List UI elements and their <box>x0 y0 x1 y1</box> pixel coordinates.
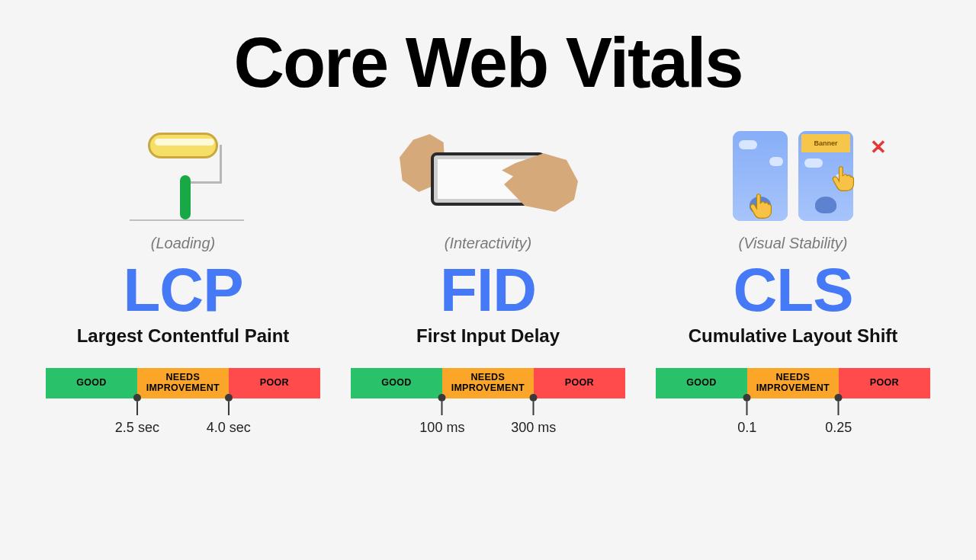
threshold-tick-good: 100 ms <box>419 394 464 436</box>
metric-category: (Loading) <box>151 235 216 252</box>
metrics-row: (Loading) LCP Largest Contentful Paint G… <box>46 122 930 440</box>
threshold-tick-poor: 4.0 sec <box>207 394 251 436</box>
threshold-value: 300 ms <box>511 420 556 436</box>
layout-shift-icon: Banner ✕ <box>713 130 873 221</box>
threshold-tick-good: 0.1 <box>737 394 756 436</box>
threshold-value: 0.25 <box>825 420 852 436</box>
threshold-value: 4.0 sec <box>207 420 251 436</box>
threshold-tick-poor: 0.25 <box>825 394 852 436</box>
threshold-bar: GOOD NEEDSIMPROVEMENT POOR <box>351 368 625 398</box>
metric-card-lcp: (Loading) LCP Largest Contentful Paint G… <box>46 122 320 440</box>
metric-fullname: Largest Contentful Paint <box>77 325 290 347</box>
segment-good: GOOD <box>656 368 747 398</box>
metric-acronym: CLS <box>734 260 853 321</box>
threshold-value: 2.5 sec <box>115 420 159 436</box>
paint-roller-icon <box>137 130 229 221</box>
threshold-tick-poor: 300 ms <box>511 394 556 436</box>
close-icon: ✕ <box>870 136 887 159</box>
threshold-tick-good: 2.5 sec <box>115 394 159 436</box>
metric-fullname: Cumulative Layout Shift <box>689 325 898 347</box>
threshold-value: 100 ms <box>419 420 464 436</box>
metric-category: (Interactivity) <box>445 235 531 252</box>
metric-acronym: FID <box>440 260 536 321</box>
phone-tap-icon <box>404 130 572 221</box>
threshold-value: 0.1 <box>737 420 756 436</box>
threshold-bar: GOOD NEEDSIMPROVEMENT POOR <box>46 368 320 398</box>
metric-card-cls: Banner ✕ (Visual Stability) CLS Cumulati… <box>656 122 930 440</box>
metric-acronym: LCP <box>124 260 243 321</box>
page-title: Core Web Vitals <box>46 23 930 103</box>
threshold-bar: GOOD NEEDSIMPROVEMENT POOR <box>656 368 930 398</box>
segment-poor: POOR <box>839 368 930 398</box>
fid-illustration <box>351 122 625 221</box>
banner-label: Banner <box>801 134 850 152</box>
metric-category: (Visual Stability) <box>738 235 847 252</box>
metric-fullname: First Input Delay <box>416 325 560 347</box>
lcp-illustration <box>46 122 320 221</box>
metric-card-fid: (Interactivity) FID First Input Delay GO… <box>351 122 625 440</box>
cls-illustration: Banner ✕ <box>656 122 930 221</box>
